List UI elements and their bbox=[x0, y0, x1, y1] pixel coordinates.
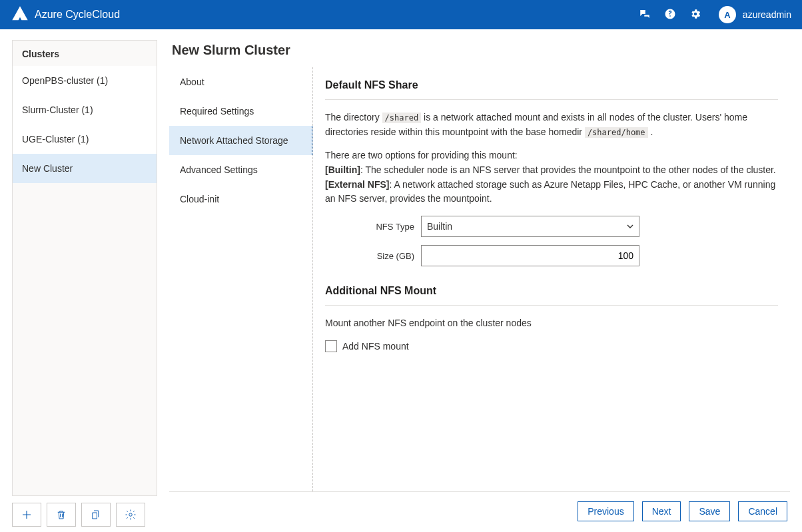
avatar: A bbox=[719, 6, 736, 23]
content-panel: Default NFS Share The directory /shared … bbox=[313, 67, 790, 491]
trash-icon bbox=[55, 509, 67, 521]
feedback-icon[interactable] bbox=[639, 8, 651, 22]
text: . bbox=[650, 127, 653, 137]
sidebar-item-new-cluster[interactable]: New Cluster bbox=[13, 154, 157, 183]
mount-description: Mount another NFS endpoint on the cluste… bbox=[325, 316, 778, 331]
svg-point-0 bbox=[129, 513, 133, 517]
delete-button[interactable] bbox=[47, 503, 76, 527]
sidebar-title: Clusters bbox=[13, 41, 157, 66]
sidebar-toolbar bbox=[12, 503, 157, 527]
sidebar: Clusters OpenPBS-cluster (1) Slurm-Clust… bbox=[0, 29, 157, 532]
username: azureadmin bbox=[743, 9, 791, 20]
help-icon[interactable] bbox=[664, 8, 676, 22]
step-cloudinit[interactable]: Cloud-init bbox=[169, 184, 312, 214]
cancel-button[interactable]: Cancel bbox=[738, 501, 787, 521]
copy-button[interactable] bbox=[81, 503, 111, 527]
text: The directory bbox=[325, 112, 382, 123]
sidebar-item-cluster[interactable]: UGE-Cluster (1) bbox=[13, 125, 157, 154]
text: : The scheduler node is an NFS server th… bbox=[360, 164, 776, 175]
previous-button[interactable]: Previous bbox=[578, 501, 633, 521]
user-menu[interactable]: A azureadmin bbox=[719, 6, 791, 23]
header-actions: A azureadmin bbox=[639, 6, 791, 23]
nfs-type-label: NFS Type bbox=[325, 222, 414, 232]
gear-icon bbox=[125, 509, 137, 521]
option-builtin-label: [Builtin] bbox=[325, 164, 360, 175]
text: : A network attached storage such as Azu… bbox=[325, 179, 775, 204]
code-path: /shared/home bbox=[585, 127, 648, 138]
code-path: /shared bbox=[382, 113, 422, 123]
save-button[interactable]: Save bbox=[689, 501, 730, 521]
wizard-footer: Previous Next Save Cancel bbox=[169, 492, 790, 532]
step-nas[interactable]: Network Attached Storage bbox=[169, 126, 312, 155]
sidebar-item-cluster[interactable]: OpenPBS-cluster (1) bbox=[13, 66, 157, 95]
logo-icon bbox=[11, 5, 29, 25]
app-logo: Azure CycleCloud bbox=[11, 5, 120, 25]
app-header: Azure CycleCloud A azureadmin bbox=[0, 0, 802, 29]
select-value: Builtin bbox=[427, 221, 452, 232]
option-external-label: [External NFS] bbox=[325, 179, 389, 190]
step-required[interactable]: Required Settings bbox=[169, 97, 312, 126]
plus-icon bbox=[21, 509, 33, 521]
nfs-size-label: Size (GB) bbox=[325, 251, 414, 261]
add-nfs-checkbox[interactable] bbox=[325, 340, 337, 352]
nfs-type-select[interactable]: Builtin bbox=[421, 216, 639, 237]
gear-icon[interactable] bbox=[689, 8, 701, 22]
sidebar-item-cluster[interactable]: Slurm-Cluster (1) bbox=[13, 95, 157, 125]
chevron-down-icon bbox=[627, 223, 633, 230]
add-nfs-label: Add NFS mount bbox=[342, 341, 409, 352]
add-button[interactable] bbox=[12, 503, 41, 527]
nfs-size-input[interactable] bbox=[421, 245, 639, 266]
page-title: New Slurm Cluster bbox=[172, 43, 790, 58]
nfs-options: There are two options for providing this… bbox=[325, 148, 778, 206]
text: There are two options for providing this… bbox=[325, 148, 778, 163]
main: New Slurm Cluster About Required Setting… bbox=[157, 29, 802, 532]
copy-icon bbox=[90, 509, 102, 521]
app-title: Azure CycleCloud bbox=[35, 9, 120, 21]
nfs-heading: Default NFS Share bbox=[325, 79, 778, 91]
step-advanced[interactable]: Advanced Settings bbox=[169, 155, 312, 184]
nfs-description: The directory /shared is a network attac… bbox=[325, 111, 778, 139]
next-button[interactable]: Next bbox=[642, 501, 681, 521]
mount-heading: Additional NFS Mount bbox=[325, 285, 778, 297]
step-nav: About Required Settings Network Attached… bbox=[169, 67, 313, 491]
settings-button[interactable] bbox=[116, 503, 145, 527]
step-about[interactable]: About bbox=[169, 67, 312, 97]
